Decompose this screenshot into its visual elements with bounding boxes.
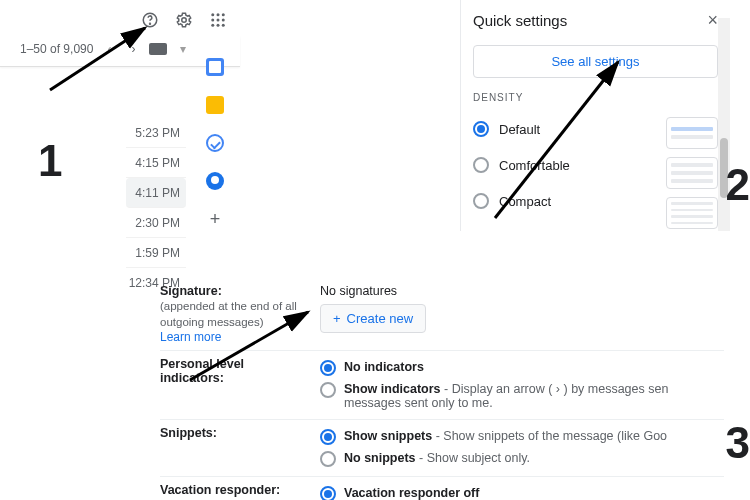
signature-sub: (appended at the end of all outgoing mes… bbox=[160, 300, 297, 328]
gear-icon[interactable] bbox=[174, 10, 194, 30]
support-icon[interactable] bbox=[140, 10, 160, 30]
time-item[interactable]: 4:15 PM bbox=[126, 148, 186, 178]
vacation-responder-row: Vacation responder: (sends an automated … bbox=[160, 477, 724, 500]
option-desc: - Show snippets of the message (like Goo bbox=[432, 429, 667, 443]
gmail-topbar-panel: 1–50 of 9,090 ‹ › ▾ bbox=[0, 0, 240, 67]
snippets-row: Snippets: Show snippets - Show snippets … bbox=[160, 420, 724, 477]
svg-point-9 bbox=[211, 24, 214, 27]
pli-show-indicators[interactable]: Show indicators - Display an arrow ( › )… bbox=[320, 379, 724, 413]
radio-icon bbox=[320, 382, 336, 398]
option-desc-2: messages sent only to me. bbox=[344, 396, 493, 410]
step-3-marker: 3 bbox=[726, 418, 750, 468]
radio-icon bbox=[320, 486, 336, 500]
option-bold: Show snippets bbox=[344, 429, 432, 443]
pli-no-indicators[interactable]: No indicators bbox=[320, 357, 724, 379]
option-label: No indicators bbox=[344, 360, 424, 374]
create-signature-button[interactable]: + Create new bbox=[320, 304, 426, 333]
svg-point-5 bbox=[222, 13, 225, 16]
tasks-icon[interactable] bbox=[206, 134, 224, 152]
svg-point-2 bbox=[182, 18, 187, 23]
topbar-icons bbox=[0, 0, 240, 36]
page-next-icon[interactable]: › bbox=[125, 42, 141, 56]
svg-point-11 bbox=[222, 24, 225, 27]
learn-more-link[interactable]: Learn more bbox=[160, 330, 221, 344]
signature-label: Signature: bbox=[160, 284, 222, 298]
apps-grid-icon[interactable] bbox=[208, 10, 228, 30]
svg-point-1 bbox=[150, 23, 151, 24]
svg-point-3 bbox=[211, 13, 214, 16]
time-item[interactable]: 2:30 PM bbox=[126, 208, 186, 238]
vacation-off[interactable]: Vacation responder off bbox=[320, 483, 724, 500]
option-bold: No snippets bbox=[344, 451, 416, 465]
radio-icon bbox=[320, 451, 336, 467]
option-label: Comfortable bbox=[499, 158, 570, 173]
option-bold: Show indicators bbox=[344, 382, 441, 396]
snippets-label: Snippets: bbox=[160, 426, 217, 440]
pagination-bar: 1–50 of 9,090 ‹ › ▾ bbox=[0, 36, 240, 67]
snippets-none[interactable]: No snippets - Show subject only. bbox=[320, 448, 724, 470]
step-2-marker: 2 bbox=[726, 160, 750, 210]
density-section-label: DENSITY bbox=[461, 92, 730, 111]
see-all-settings-button[interactable]: See all settings bbox=[473, 45, 718, 78]
svg-point-7 bbox=[217, 19, 220, 22]
svg-point-6 bbox=[211, 19, 214, 22]
density-preview-comfortable bbox=[666, 157, 718, 189]
quick-settings-panel: Quick settings × See all settings DENSIT… bbox=[460, 0, 730, 231]
svg-point-4 bbox=[217, 13, 220, 16]
plus-icon: + bbox=[333, 311, 341, 326]
pli-label: Personal level indicators: bbox=[160, 357, 244, 385]
time-item[interactable]: 5:23 PM bbox=[126, 118, 186, 148]
svg-point-10 bbox=[217, 24, 220, 27]
svg-point-8 bbox=[222, 19, 225, 22]
time-item[interactable]: 4:11 PM bbox=[126, 178, 186, 208]
contacts-icon[interactable] bbox=[206, 172, 224, 190]
button-label: Create new bbox=[347, 311, 413, 326]
gmail-side-panel: + bbox=[206, 48, 224, 228]
time-item[interactable]: 1:59 PM bbox=[126, 238, 186, 268]
step-1-marker: 1 bbox=[38, 136, 62, 186]
page-prev-icon[interactable]: ‹ bbox=[101, 42, 117, 56]
option-desc: - Show subject only. bbox=[416, 451, 530, 465]
option-desc: - Display an arrow ( › ) by messages sen bbox=[441, 382, 669, 396]
calendar-icon[interactable] bbox=[206, 58, 224, 76]
density-preview-compact bbox=[666, 197, 718, 229]
add-addon-icon[interactable]: + bbox=[206, 210, 224, 228]
radio-icon bbox=[320, 360, 336, 376]
quick-settings-title: Quick settings bbox=[473, 12, 567, 29]
input-tools-caret-icon[interactable]: ▾ bbox=[175, 42, 191, 56]
general-settings-panel: Signature: (appended at the end of all o… bbox=[160, 278, 724, 500]
option-label: Default bbox=[499, 122, 540, 137]
snippets-show[interactable]: Show snippets - Show snippets of the mes… bbox=[320, 426, 724, 448]
radio-icon bbox=[320, 429, 336, 445]
density-options: Default Comfortable Compact bbox=[461, 111, 730, 231]
radio-icon bbox=[473, 157, 489, 173]
signature-status: No signatures bbox=[320, 284, 397, 298]
signature-row: Signature: (appended at the end of all o… bbox=[160, 278, 724, 351]
keep-icon[interactable] bbox=[206, 96, 224, 114]
vacation-label: Vacation responder: bbox=[160, 483, 280, 497]
density-preview-default bbox=[666, 117, 718, 149]
message-time-column: 5:23 PM 4:15 PM 4:11 PM 2:30 PM 1:59 PM … bbox=[126, 118, 186, 298]
radio-icon bbox=[473, 193, 489, 209]
option-label: Vacation responder off bbox=[344, 486, 479, 500]
input-tools-icon[interactable] bbox=[149, 43, 167, 55]
close-icon[interactable]: × bbox=[707, 10, 718, 31]
option-label: Compact bbox=[499, 194, 551, 209]
personal-level-indicators-row: Personal level indicators: No indicators… bbox=[160, 351, 724, 420]
radio-icon bbox=[473, 121, 489, 137]
pagination-count: 1–50 of 9,090 bbox=[20, 42, 93, 56]
